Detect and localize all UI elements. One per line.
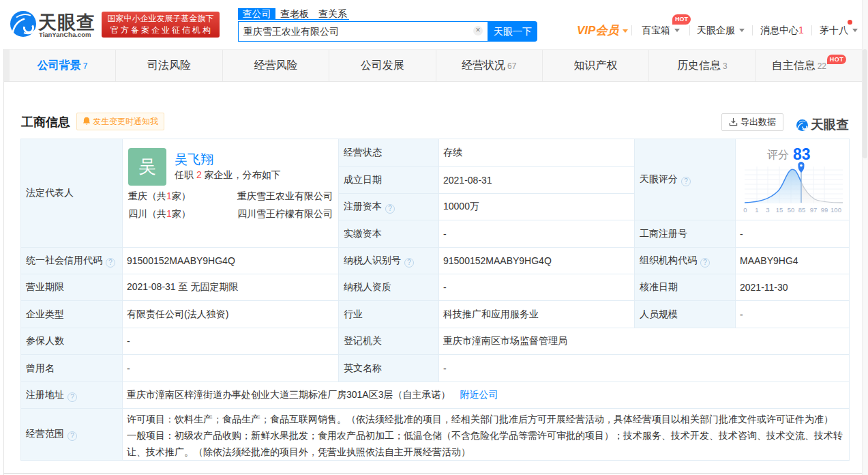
svg-text:99: 99 xyxy=(821,206,828,214)
svg-text:3: 3 xyxy=(766,206,769,214)
svg-text:1: 1 xyxy=(755,206,758,214)
svg-text:97: 97 xyxy=(810,206,818,214)
svg-text:50: 50 xyxy=(788,206,795,214)
svg-text:85: 85 xyxy=(798,206,806,214)
svg-text:15: 15 xyxy=(776,206,783,214)
svg-text:100: 100 xyxy=(830,206,841,214)
svg-text:83: 83 xyxy=(793,145,811,163)
svg-text:0: 0 xyxy=(743,206,747,214)
svg-text:评分: 评分 xyxy=(767,149,789,160)
